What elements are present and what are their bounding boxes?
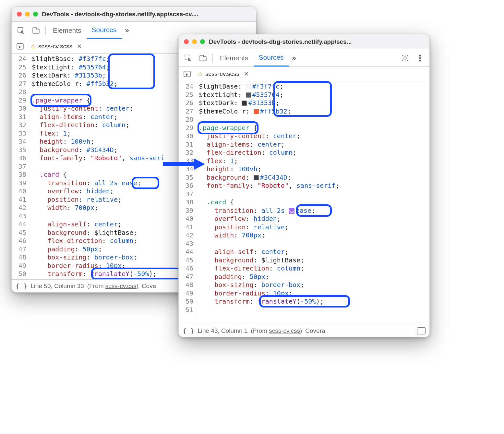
cursor-position: Line 50, Column 33 [30,283,84,290]
inspect-element-icon[interactable] [181,49,196,66]
svg-point-10 [419,60,421,61]
zoom-window-button[interactable] [200,39,205,44]
pretty-print-icon[interactable]: { } [183,327,194,335]
comparison-arrow-icon [163,158,205,171]
svg-point-7 [404,57,406,59]
svg-marker-13 [194,158,205,170]
source-map-label: (From scss-cv.css) [251,327,302,334]
file-tab[interactable]: ⚠︎ scss-cv.scss ✕ [29,42,84,51]
settings-icon[interactable] [398,49,413,66]
more-tabs-icon[interactable]: » [289,54,299,62]
device-toolbar-icon[interactable] [29,22,43,39]
warning-icon: ⚠︎ [198,70,203,78]
svg-rect-11 [184,71,190,77]
titlebar: DevTools - devtools-dbg-stories.netlify.… [12,7,256,22]
tab-sources[interactable]: Sources [254,49,289,66]
main-tabbar: Elements Sources » [179,49,429,67]
file-tab-label: scss-cv.scss [205,70,239,78]
more-tabs-icon[interactable]: » [122,26,132,35]
minimize-window-button[interactable] [192,39,197,44]
devtools-window-right: DevTools - devtools-dbg-stories.netlify.… [178,34,430,337]
source-map-link[interactable]: scss-cv.css [105,283,137,289]
warning-icon: ⚠︎ [30,43,36,50]
svg-point-9 [419,57,421,59]
divider [45,26,46,35]
file-tab[interactable]: ⚠︎ scss-cv.scss ✕ [196,69,251,79]
sources-subbar: ⚠︎ scss-cv.scss ✕ [179,67,429,81]
close-tab-icon[interactable]: ✕ [242,70,249,78]
svg-rect-3 [17,43,23,49]
show-navigator-icon[interactable] [182,70,192,78]
window-controls [17,12,38,17]
code-editor[interactable]: 24 25 26 27 28 29 30 31 32 33 34 35 36 3… [179,81,429,324]
window-controls [184,39,205,44]
coverage-truncated: Cove [142,283,156,290]
tab-sources[interactable]: Sources [87,22,122,39]
close-tab-icon[interactable]: ✕ [75,43,82,50]
close-window-button[interactable] [17,12,22,17]
coverage-truncated: Covera [305,327,325,334]
show-navigator-icon[interactable] [15,42,25,51]
titlebar: DevTools - devtools-dbg-stories.netlify.… [179,34,429,49]
svg-rect-6 [203,56,206,61]
device-toolbar-icon[interactable] [196,49,210,66]
kebab-menu-icon[interactable] [413,49,427,66]
file-tab-label: scss-cv.scss [38,43,72,50]
svg-rect-2 [36,29,39,33]
minimize-window-button[interactable] [25,12,30,17]
line-gutter: 24 25 26 27 28 29 30 31 32 33 34 35 36 3… [179,81,196,324]
svg-point-8 [419,55,421,56]
zoom-window-button[interactable] [33,12,38,17]
tab-elements[interactable]: Elements [48,22,87,39]
code-area[interactable]: $lightBase: #f3f7fc; $textLight: #535764… [196,81,342,324]
tab-elements[interactable]: Elements [215,49,254,66]
code-area[interactable]: $lightBase: #f3f7fc; $textLight: #535764… [29,54,167,279]
cursor-position: Line 43, Column 1 [198,327,247,334]
close-window-button[interactable] [184,39,189,44]
inspect-element-icon[interactable] [14,22,29,39]
source-map-label: (From scss-cv.css) [87,283,138,290]
source-map-link[interactable]: scss-cv.css [269,327,300,334]
pretty-print-icon[interactable]: { } [16,282,27,290]
window-title: DevTools - devtools-dbg-stories.netlify.… [209,38,352,45]
show-drawer-icon[interactable] [417,327,426,334]
window-title: DevTools - devtools-dbg-stories.netlify.… [42,11,198,18]
statusbar: { } Line 43, Column 1 (From scss-cv.css)… [179,324,429,337]
line-gutter: 24 25 26 27 28 29 30 31 32 33 34 35 36 3… [12,54,29,279]
divider [212,54,213,63]
